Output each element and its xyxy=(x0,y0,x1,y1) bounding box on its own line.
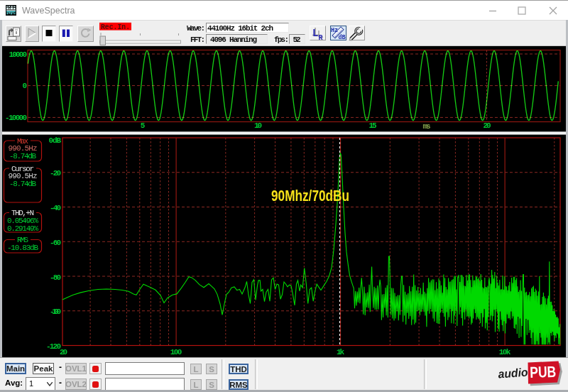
svg-text:-40: -40 xyxy=(50,204,61,212)
svg-text:10000: 10000 xyxy=(9,50,28,59)
svg-text:-8.74dB: -8.74dB xyxy=(9,180,36,188)
svg-text:1k: 1k xyxy=(337,348,344,356)
svg-text:5: 5 xyxy=(141,121,146,130)
svg-text:-60: -60 xyxy=(50,239,61,247)
svg-text:-8.74dB: -8.74dB xyxy=(9,152,36,160)
svg-text:-10000: -10000 xyxy=(5,114,27,122)
svg-text:-20: -20 xyxy=(50,169,61,178)
svg-text:-80: -80 xyxy=(50,273,61,282)
svg-text:dB: dB xyxy=(339,34,346,41)
svg-text:R: R xyxy=(319,34,323,42)
svg-text:ms: ms xyxy=(423,122,431,131)
svg-text:52: 52 xyxy=(293,36,301,44)
svg-text:PUB: PUB xyxy=(530,363,557,381)
svg-text:10: 10 xyxy=(254,121,262,130)
svg-text:-10.83dB: -10.83dB xyxy=(7,244,38,252)
svg-text:0: 0 xyxy=(22,82,27,90)
svg-text:20: 20 xyxy=(484,121,491,130)
svg-text:L: L xyxy=(312,28,318,39)
svg-text:100: 100 xyxy=(170,348,182,356)
svg-text:Hz: Hz xyxy=(331,27,338,34)
svg-text:-100: -100 xyxy=(50,307,61,316)
svg-text:10k: 10k xyxy=(499,348,511,356)
svg-text:15: 15 xyxy=(369,121,377,130)
svg-text:4096 Hanning: 4096 Hanning xyxy=(210,36,257,44)
svg-text:90Mhz/70dBu: 90Mhz/70dBu xyxy=(271,187,349,205)
svg-text:-120: -120 xyxy=(46,342,61,351)
svg-text:0dB: 0dB xyxy=(49,136,62,145)
svg-text:0.29149%: 0.29149% xyxy=(7,224,38,233)
svg-text:20: 20 xyxy=(60,348,67,356)
svg-text:44100Hz 16bit 2ch: 44100Hz 16bit 2ch xyxy=(207,24,273,33)
svg-text:audio: audio xyxy=(498,366,528,381)
